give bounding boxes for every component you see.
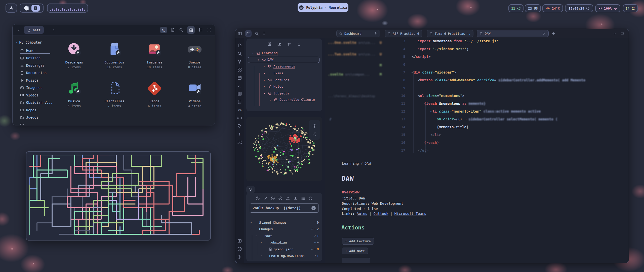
breadcrumb-current[interactable]: DAW — [365, 161, 371, 165]
fm-sidebar-item[interactable] — [13, 121, 54, 125]
note-breadcrumb[interactable]: Learning/DAW — [342, 161, 371, 165]
templater-button[interactable]: <% — [237, 108, 242, 112]
active-app-badge[interactable] — [31, 5, 40, 12]
link-teams[interactable]: Microsoft Teams — [394, 212, 426, 216]
git-tree-row[interactable]: ▾ Changes ↶ + 2 — [250, 226, 319, 233]
breadcrumb-parent[interactable]: Learning — [342, 161, 359, 165]
new-note-button[interactable] — [267, 42, 272, 46]
fm-sidebar-item[interactable]: Videos — [13, 91, 54, 99]
fm-grid-item[interactable]: Plantillas 7 items — [94, 81, 135, 119]
fm-sidebar-item[interactable]: Home — [13, 47, 54, 54]
launcher-button[interactable] — [6, 4, 17, 13]
note-action-button[interactable]: + Add Note — [342, 248, 368, 254]
explorer-tree-item[interactable]: ▸ Lectures — [248, 77, 320, 83]
tray-notifications[interactable]: 24 — [623, 4, 638, 12]
explorer-tree-item[interactable]: ▸ Exams — [248, 70, 320, 77]
fm-sidebar-item[interactable]: Documentos — [13, 69, 54, 77]
new-folder-button[interactable] — [277, 42, 281, 46]
vault-switcher-button[interactable] — [237, 239, 242, 243]
search-button[interactable] — [179, 28, 183, 32]
fm-grid-item[interactable]: Videos 4 items — [175, 81, 215, 119]
files-view-button[interactable] — [245, 30, 252, 37]
search-ribbon-button[interactable] — [237, 51, 242, 56]
taskbar-apps[interactable] — [20, 4, 44, 13]
graph-filter-button[interactable] — [312, 132, 317, 136]
git-tree-row[interactable]: graph.json ↶ + M — [250, 246, 319, 253]
explorer-tree-item[interactable]: ▸ Desarrollo-Cliente — [248, 97, 320, 104]
sort-button[interactable] — [287, 42, 291, 46]
clear-commit-message-button[interactable]: ✕ — [311, 206, 316, 210]
fm-grid-item[interactable]: Descargas 2 items — [54, 42, 94, 81]
now-playing[interactable]: Polyphia - Neurotica — [298, 3, 348, 12]
games-button[interactable] — [237, 116, 242, 120]
firefox-icon[interactable] — [24, 5, 30, 11]
note-action-button-partial[interactable] — [342, 258, 370, 263]
fm-sidebar-item[interactable]: Repos — [13, 106, 54, 114]
fm-grid-item[interactable]: Repos 6 items — [135, 81, 175, 119]
git-branch-pill[interactable] — [246, 186, 255, 193]
chevron-icon[interactable]: ▾ — [257, 58, 260, 61]
chevron-icon[interactable]: ▸ — [263, 79, 266, 81]
fm-sidebar-item[interactable]: Musica — [13, 77, 54, 84]
tray-keyboard-layout[interactable]: US — [525, 4, 541, 12]
git-stage-all-button[interactable] — [271, 196, 275, 200]
settings-button[interactable] — [237, 255, 242, 259]
explorer-tree-item[interactable]: ▸ Notes — [248, 83, 320, 90]
collapse-all-button[interactable] — [297, 42, 301, 46]
close-tab-icon[interactable] — [543, 32, 546, 35]
git-commit-button[interactable] — [263, 196, 267, 200]
forward-button[interactable] — [50, 27, 57, 33]
fm-sidebar-item[interactable]: Descargas — [13, 62, 54, 69]
fm-sidebar-header[interactable]: ▾ My Computer — [13, 39, 54, 47]
git-row-controls[interactable]: ↶ + — [314, 234, 319, 238]
list-view-button[interactable] — [198, 28, 203, 32]
git-tree-row[interactable]: ▾ Learning/DAW/Exams ↶ + — [250, 253, 319, 259]
compact-view-button[interactable] — [207, 28, 211, 32]
git-tree-row[interactable]: ▾ Staged Changes — 0 — [250, 219, 319, 226]
calendar-button[interactable] — [237, 75, 242, 80]
fm-grid-item[interactable]: Documentos 14 items — [94, 42, 135, 81]
tab-dashboard[interactable]: Dashboard — [336, 30, 380, 37]
chevron-icon[interactable]: ▸ — [263, 85, 266, 88]
git-push-button[interactable] — [286, 196, 290, 200]
git-row-controls[interactable]: ↶ + 2 — [311, 227, 319, 231]
home-ribbon-button[interactable] — [237, 43, 242, 48]
chevron-icon[interactable]: ▸ — [263, 65, 266, 68]
tray-audio[interactable]: 100% — [595, 4, 620, 12]
tray-updates[interactable]: 11 — [508, 4, 524, 12]
git-row-controls[interactable]: ↶ + M — [311, 247, 319, 251]
tab-tema6[interactable]: Tema 6 Prácticas -... — [427, 30, 473, 37]
git-tree-row[interactable]: ▾ root ↶ + — [250, 232, 319, 239]
toggle-left-sidebar-button[interactable] — [238, 31, 242, 36]
tags-button[interactable] — [237, 124, 242, 128]
dashboard-button[interactable] — [237, 67, 242, 72]
new-file-button[interactable] — [171, 28, 175, 32]
link-outlook[interactable]: Outlook — [374, 212, 388, 216]
table-button[interactable] — [237, 91, 242, 96]
fm-grid-item[interactable]: Juegos 8 items — [175, 42, 215, 81]
git-pull-button[interactable] — [293, 196, 298, 200]
graph-settings-button[interactable] — [312, 124, 317, 128]
chevron-icon[interactable]: ▸ — [269, 98, 272, 101]
fm-sidebar-item[interactable]: Juegos — [13, 114, 54, 121]
breadcrumb[interactable]: matt — [24, 26, 44, 34]
open-terminal-button[interactable]: $_ — [160, 27, 167, 33]
chevron-icon[interactable]: ▾ — [251, 52, 255, 55]
grid-view-button[interactable] — [187, 26, 195, 34]
tab-daw[interactable]: DAW — [477, 30, 549, 37]
chevron-icon[interactable]: ▸ — [263, 72, 266, 75]
random-note-button[interactable] — [237, 140, 242, 145]
git-tree-row[interactable]: ▾ .obsidian ↶ + — [250, 239, 319, 246]
editor-pane[interactable]: ...One.svelte src\co... U ...Two.svelte … — [325, 38, 629, 263]
commit-message-input[interactable]: vault backup: {{date}} ✕ — [250, 203, 318, 213]
note-action-button[interactable]: + Add Lecture — [342, 238, 374, 245]
search-view-button[interactable] — [255, 31, 259, 36]
tray-weather[interactable]: 24°C — [542, 4, 563, 12]
tab-list-button[interactable] — [613, 31, 617, 36]
explorer-tree-item[interactable]: ▾ Subjects — [248, 90, 320, 97]
git-refresh-button[interactable] — [308, 196, 313, 200]
git-commit-push-button[interactable] — [256, 196, 260, 200]
back-button[interactable] — [16, 27, 22, 33]
git-row-controls[interactable]: ↶ + — [314, 254, 319, 258]
explorer-tree-item[interactable]: ▸ Assignments — [248, 63, 320, 70]
